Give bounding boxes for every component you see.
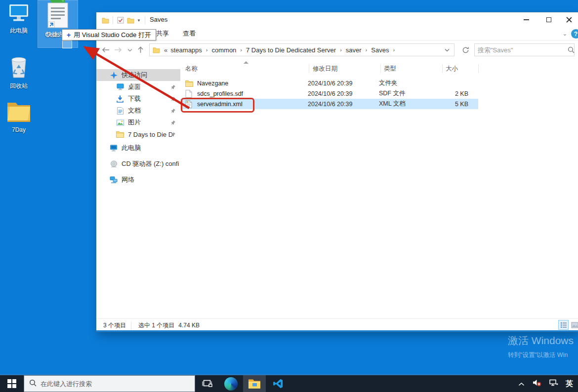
desktop-icon-label: 7Day (1, 126, 37, 133)
vscode-button[interactable] (267, 375, 289, 392)
sidebar-item[interactable]: 网络 (96, 172, 180, 188)
sidebar-item[interactable]: 图片 (96, 117, 180, 128)
breadcrumb-separator-icon: › (390, 47, 398, 53)
file-row[interactable]: sdcs_profiles.sdf 2024/10/6 20:39 SDF 文件… (180, 88, 478, 99)
this-pc-icon (7, 17, 31, 25)
properties-icon[interactable] (116, 16, 125, 25)
breadcrumb-item[interactable]: 7 Days to Die Dedicated Server (245, 46, 337, 54)
activate-windows-watermark: 激活 Windows 转到"设置"以激活 Win (508, 334, 574, 359)
navigation-pane: 快速访问 桌面 下载 (96, 59, 180, 318)
search-input[interactable] (475, 46, 568, 54)
start-button[interactable] (0, 375, 24, 392)
documents-icon (116, 107, 124, 115)
pin-icon (170, 120, 176, 125)
search-icon[interactable] (568, 46, 578, 53)
desktop-icon-label: 回收站 (1, 82, 37, 89)
quick-access-icon (109, 72, 118, 79)
close-button[interactable] (560, 12, 578, 27)
details-view-button[interactable] (558, 320, 569, 330)
downloads-icon (116, 95, 124, 103)
pin-icon (170, 108, 176, 114)
sidebar-item-label: 此电脑 (122, 144, 141, 153)
desktop: 此电脑 Code.exe 快捷方式 回收站 (0, 0, 578, 392)
maximize-button[interactable] (537, 12, 560, 27)
network-tray-icon[interactable] (549, 379, 558, 389)
column-header-type[interactable]: 类型 (384, 65, 396, 73)
file-row[interactable]: Navezgane 2024/10/6 20:39 文件夹 (180, 78, 478, 88)
file-explorer-icon (248, 379, 261, 389)
tab-view[interactable]: 查看 (181, 27, 198, 40)
breadcrumb-separator-icon: › (363, 47, 371, 53)
breadcrumb-item[interactable]: common (211, 46, 238, 54)
taskbar: 英 (0, 374, 578, 392)
breadcrumb-item[interactable]: Saves (370, 46, 390, 54)
desktop-icon-7day-folder[interactable]: 7Day (1, 100, 37, 133)
column-header-size[interactable]: 大小 (446, 65, 458, 73)
status-bar: 3 个项目 选中 1 个项目4.74 KB (96, 318, 578, 330)
file-row[interactable]: serveradmin.xml 2024/10/6 20:39 XML 文档 5… (180, 99, 478, 109)
sidebar-item[interactable]: 文档 (96, 105, 180, 117)
file-type: SDF 文件 (379, 89, 441, 98)
explorer-main: 快速访问 桌面 下载 (96, 59, 578, 318)
breadcrumb-separator-icon: › (337, 47, 345, 53)
recent-locations-icon[interactable] (124, 45, 135, 55)
breadcrumb-separator-icon: › (203, 47, 211, 53)
volume-muted-icon[interactable] (532, 379, 541, 389)
thumbnail-view-button[interactable] (570, 320, 578, 330)
edge-icon (224, 377, 238, 391)
desktop-icon-recycle-bin[interactable]: 回收站 (1, 54, 37, 89)
sidebar-item-label: CD 驱动器 (Z:) confi (122, 159, 179, 168)
watermark-line1: 激活 Windows (508, 334, 574, 348)
pin-icon (170, 84, 176, 90)
vscode-icon (272, 378, 284, 390)
tray-expand-icon[interactable] (518, 379, 525, 388)
file-type: 文件夹 (379, 79, 441, 87)
file-explorer-button[interactable] (243, 375, 266, 392)
maximize-icon (546, 17, 551, 22)
breadcrumb-item[interactable]: saver (345, 46, 363, 54)
file-date: 2024/10/6 20:39 (308, 90, 379, 97)
sidebar-item-label: 7 Days to Die D (128, 131, 173, 138)
drag-drop-tooltip: + 用 Visual Studio Code 打开 (62, 29, 156, 40)
xml-file-icon (185, 100, 194, 108)
sidebar-item[interactable]: CD 驱动器 (Z:) confi (96, 156, 180, 172)
qat-dropdown-icon[interactable]: ▾ (135, 16, 142, 25)
breadcrumb-item[interactable]: steamapps (169, 46, 203, 54)
task-view-button[interactable] (196, 375, 218, 392)
desktop-icon-this-pc[interactable]: 此电脑 (1, 3, 37, 34)
forward-button[interactable] (113, 45, 124, 55)
breadcrumb-separator-icon: › (237, 47, 245, 53)
taskbar-search (24, 375, 195, 392)
minimize-button[interactable] (515, 12, 537, 27)
ribbon-collapse-icon[interactable]: ⌄ (563, 31, 567, 37)
title-bar: ▾ Saves (96, 12, 578, 27)
sidebar-item-label: 图片 (128, 118, 141, 127)
back-button[interactable] (100, 45, 111, 55)
new-folder-icon[interactable] (125, 16, 135, 25)
file-name: Navezgane (197, 80, 228, 87)
separator (113, 16, 113, 24)
sidebar-item[interactable]: 桌面 (96, 81, 180, 93)
column-header-date[interactable]: 修改日期 (313, 65, 337, 73)
refresh-icon[interactable] (458, 43, 472, 56)
drag-ghost (62, 40, 72, 48)
desktop-icon-label: 此电脑 (1, 27, 37, 34)
sidebar-item[interactable]: 7 Days to Die D (96, 128, 180, 140)
taskbar-search-input[interactable] (41, 380, 190, 388)
sidebar-item[interactable]: 此电脑 (96, 140, 180, 156)
system-tray: 英 (518, 375, 578, 392)
edge-button[interactable] (219, 375, 242, 392)
quick-access-toolbar: ▾ (100, 16, 148, 25)
column-header-name[interactable]: 名称 (185, 65, 198, 73)
sidebar-item[interactable]: 快速访问 (96, 69, 180, 81)
tab-share[interactable]: 共享 (154, 27, 171, 40)
plus-icon: + (67, 31, 71, 39)
breadcrumb-folder-icon (153, 47, 160, 53)
pictures-icon (116, 119, 124, 126)
ime-indicator[interactable]: 英 (566, 379, 573, 389)
breadcrumb-items: steamapps › common › 7 Days to Die Dedic… (169, 46, 398, 54)
up-button[interactable] (135, 45, 146, 55)
breadcrumb-dropdown-icon[interactable] (440, 47, 454, 53)
sidebar-item[interactable]: 下载 (96, 93, 180, 105)
help-icon[interactable]: ? (571, 29, 578, 39)
